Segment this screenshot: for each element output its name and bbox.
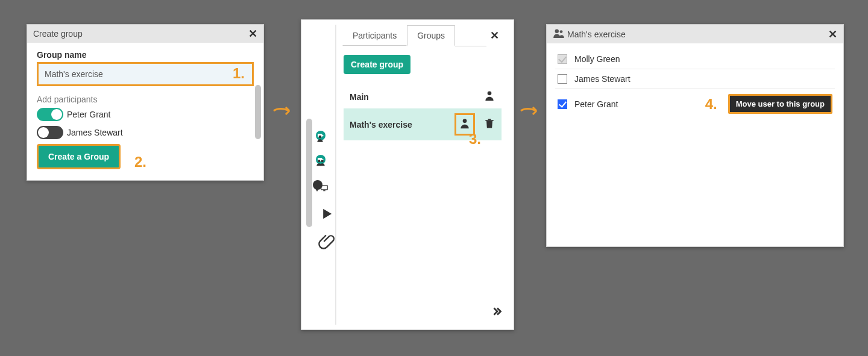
sidebar-scrollbar[interactable] (306, 119, 312, 227)
user-checkbox[interactable] (558, 99, 567, 109)
close-icon[interactable]: ✕ (828, 29, 837, 40)
tab-participants[interactable]: Participants (342, 25, 407, 46)
dialog-header: Create group ✕ (27, 25, 263, 43)
expand-icon[interactable] (491, 305, 504, 321)
chat-screen-icon[interactable] (312, 176, 329, 193)
user-row: Peter Grant 4. Move user to this group (555, 89, 835, 119)
create-group-button[interactable]: Create a Group (37, 144, 121, 169)
participant-row: Peter Grant (37, 108, 254, 121)
step-1-label: 1. (233, 65, 245, 82)
add-participants-label: Add participants (37, 95, 254, 104)
svg-rect-8 (485, 120, 493, 121)
user-name: Molly Green (574, 54, 832, 64)
participant-row: James Stewart (37, 126, 254, 139)
svg-point-2 (321, 160, 324, 162)
svg-point-5 (488, 92, 492, 96)
participant-name: James Stewart (67, 128, 123, 137)
video-group-icon[interactable] (312, 151, 329, 168)
group-name-input[interactable] (39, 64, 252, 84)
user-icon[interactable] (483, 90, 495, 104)
tab-bar: Participants Groups ✕ (336, 25, 509, 46)
svg-point-0 (319, 136, 322, 139)
user-row: James Stewart (555, 69, 835, 89)
svg-point-6 (463, 119, 467, 123)
svg-point-1 (318, 160, 320, 162)
group-name-label: Group name (37, 50, 254, 60)
play-icon[interactable] (312, 205, 329, 222)
video-user-icon[interactable] (312, 127, 329, 144)
move-user-button[interactable]: Move user to this group (728, 94, 832, 114)
dialog-title: Create group (33, 29, 83, 39)
participant-toggle[interactable] (37, 108, 63, 121)
step-2-label: 2. (134, 154, 146, 170)
svg-point-10 (560, 30, 563, 33)
participant-name: Peter Grant (67, 110, 110, 119)
users-icon (553, 28, 565, 40)
scrollbar[interactable] (255, 85, 261, 139)
create-group-dialog: Create group ✕ Group name 1. Add partici… (27, 24, 264, 181)
group-row-main[interactable]: Main (344, 85, 502, 108)
user-name: Peter Grant (574, 99, 698, 109)
step-3-label: 3. (469, 131, 481, 148)
svg-rect-4 (323, 190, 326, 191)
sidebar (306, 25, 329, 326)
arrow-icon (272, 101, 297, 125)
groups-tabpanel: Create group Main Math's exercise (336, 46, 509, 149)
dialog-title: Math's exercise (567, 30, 626, 39)
tab-groups[interactable]: Groups (407, 25, 455, 46)
step-4-label: 4. (705, 96, 717, 113)
move-user-dialog: Math's exercise ✕ Molly Green James Stew… (546, 24, 844, 247)
arrow-icon (520, 101, 544, 125)
create-group-button[interactable]: Create group (344, 55, 410, 74)
dialog-header: Math's exercise ✕ (547, 25, 843, 43)
participant-toggle[interactable] (37, 126, 63, 139)
user-row: Molly Green (555, 49, 835, 69)
groups-panel: Participants Groups ✕ Create group Main … (301, 19, 514, 330)
user-checkbox[interactable] (558, 74, 567, 84)
group-name: Main (350, 92, 369, 102)
trash-icon[interactable] (483, 117, 495, 131)
user-checkbox-disabled (558, 54, 567, 64)
attachment-icon[interactable] (312, 233, 329, 250)
svg-point-9 (555, 30, 559, 33)
user-name: James Stewart (574, 74, 832, 84)
group-name: Math's exercise (350, 120, 412, 130)
close-icon[interactable]: ✕ (248, 28, 257, 39)
close-icon[interactable]: ✕ (486, 29, 503, 42)
